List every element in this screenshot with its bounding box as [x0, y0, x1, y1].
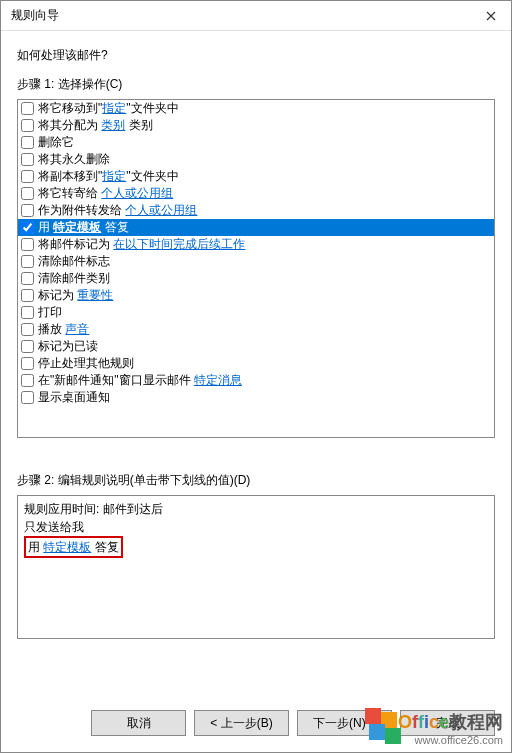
action-checkbox[interactable] — [21, 255, 34, 268]
action-link[interactable]: 特定消息 — [194, 373, 242, 387]
action-text: 清除邮件标志 — [38, 253, 110, 270]
rules-wizard-window: 规则向导 如何处理该邮件? 步骤 1: 选择操作(C) 将它移动到"指定"文件夹… — [0, 0, 512, 753]
back-button[interactable]: < 上一步(B) — [194, 710, 289, 736]
action-text: 将它转寄给 个人或公用组 — [38, 185, 173, 202]
action-link[interactable]: 声音 — [65, 322, 89, 336]
button-row: 取消 < 上一步(B) 下一步(N) > 完成 — [91, 710, 495, 736]
template-link[interactable]: 特定模板 — [43, 540, 91, 554]
action-row[interactable]: 将它移动到"指定"文件夹中 — [18, 100, 494, 117]
highlighted-rule: 用 特定模板 答复 — [24, 536, 123, 558]
action-row[interactable]: 打印 — [18, 304, 494, 321]
title-bar: 规则向导 — [1, 1, 511, 31]
action-text: 删除它 — [38, 134, 74, 151]
action-row[interactable]: 将其分配为 类别 类别 — [18, 117, 494, 134]
action-row[interactable]: 作为附件转发给 个人或公用组 — [18, 202, 494, 219]
action-checkbox[interactable] — [21, 289, 34, 302]
action-row[interactable]: 标记为已读 — [18, 338, 494, 355]
action-checkbox[interactable] — [21, 374, 34, 387]
desc-line-2: 只发送给我 — [24, 518, 488, 536]
action-row[interactable]: 清除邮件类别 — [18, 270, 494, 287]
action-text: 标记为已读 — [38, 338, 98, 355]
cancel-button[interactable]: 取消 — [91, 710, 186, 736]
watermark-logo-icon — [365, 708, 401, 744]
action-row[interactable]: 清除邮件标志 — [18, 253, 494, 270]
step1-label: 步骤 1: 选择操作(C) — [17, 76, 495, 93]
action-text: 将它移动到"指定"文件夹中 — [38, 100, 179, 117]
action-checkbox[interactable] — [21, 187, 34, 200]
action-link[interactable]: 特定模板 — [53, 220, 101, 234]
action-link[interactable]: 在以下时间完成后续工作 — [113, 237, 245, 251]
action-row[interactable]: 将它转寄给 个人或公用组 — [18, 185, 494, 202]
action-text: 停止处理其他规则 — [38, 355, 134, 372]
action-link[interactable]: 类别 — [101, 118, 125, 132]
action-checkbox[interactable] — [21, 119, 34, 132]
action-link[interactable]: 个人或公用组 — [101, 186, 173, 200]
action-checkbox[interactable] — [21, 391, 34, 404]
action-row[interactable]: 用 特定模板 答复 — [18, 219, 494, 236]
action-text: 显示桌面通知 — [38, 389, 110, 406]
action-checkbox[interactable] — [21, 170, 34, 183]
action-checkbox[interactable] — [21, 272, 34, 285]
close-icon — [486, 11, 496, 21]
desc-line-1: 规则应用时间: 邮件到达后 — [24, 500, 488, 518]
action-text: 将副本移到"指定"文件夹中 — [38, 168, 179, 185]
action-row[interactable]: 删除它 — [18, 134, 494, 151]
action-checkbox[interactable] — [21, 323, 34, 336]
action-text: 标记为 重要性 — [38, 287, 113, 304]
action-link[interactable]: 个人或公用组 — [125, 203, 197, 217]
action-text: 清除邮件类别 — [38, 270, 110, 287]
actions-list[interactable]: 将它移动到"指定"文件夹中将其分配为 类别 类别删除它将其永久删除将副本移到"指… — [17, 99, 495, 438]
action-row[interactable]: 将副本移到"指定"文件夹中 — [18, 168, 494, 185]
action-checkbox[interactable] — [21, 357, 34, 370]
close-button[interactable] — [471, 1, 511, 31]
action-checkbox[interactable] — [21, 136, 34, 149]
action-text: 打印 — [38, 304, 62, 321]
rule-description-box[interactable]: 规则应用时间: 邮件到达后 只发送给我 用 特定模板 答复 — [17, 495, 495, 639]
action-row[interactable]: 播放 声音 — [18, 321, 494, 338]
action-row[interactable]: 标记为 重要性 — [18, 287, 494, 304]
action-row[interactable]: 显示桌面通知 — [18, 389, 494, 406]
action-row[interactable]: 将邮件标记为 在以下时间完成后续工作 — [18, 236, 494, 253]
action-text: 用 特定模板 答复 — [38, 219, 129, 236]
action-text: 将邮件标记为 在以下时间完成后续工作 — [38, 236, 245, 253]
question-text: 如何处理该邮件? — [17, 47, 495, 64]
action-link[interactable]: 指定 — [102, 101, 126, 115]
action-checkbox[interactable] — [21, 306, 34, 319]
action-text: 在"新邮件通知"窗口显示邮件 特定消息 — [38, 372, 242, 389]
step2-label: 步骤 2: 编辑规则说明(单击带下划线的值)(D) — [17, 472, 495, 489]
action-checkbox[interactable] — [21, 221, 34, 234]
action-text: 播放 声音 — [38, 321, 89, 338]
step2-section: 步骤 2: 编辑规则说明(单击带下划线的值)(D) 规则应用时间: 邮件到达后 … — [17, 472, 495, 639]
content-area: 如何处理该邮件? 步骤 1: 选择操作(C) 将它移动到"指定"文件夹中将其分配… — [1, 31, 511, 655]
action-link[interactable]: 重要性 — [77, 288, 113, 302]
action-checkbox[interactable] — [21, 204, 34, 217]
action-text: 将其分配为 类别 类别 — [38, 117, 153, 134]
action-checkbox[interactable] — [21, 153, 34, 166]
action-checkbox[interactable] — [21, 340, 34, 353]
action-checkbox[interactable] — [21, 238, 34, 251]
action-row[interactable]: 在"新邮件通知"窗口显示邮件 特定消息 — [18, 372, 494, 389]
action-row[interactable]: 停止处理其他规则 — [18, 355, 494, 372]
action-row[interactable]: 将其永久删除 — [18, 151, 494, 168]
window-title: 规则向导 — [11, 7, 59, 24]
action-checkbox[interactable] — [21, 102, 34, 115]
action-text: 作为附件转发给 个人或公用组 — [38, 202, 197, 219]
desc-line-3: 用 特定模板 答复 — [24, 536, 488, 558]
finish-button[interactable]: 完成 — [400, 710, 495, 736]
action-text: 将其永久删除 — [38, 151, 110, 168]
action-link[interactable]: 指定 — [102, 169, 126, 183]
